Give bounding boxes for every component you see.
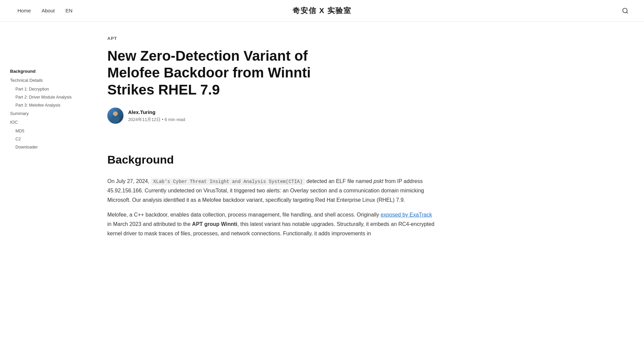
author-read-time: 6 min read	[165, 117, 185, 122]
article-content: APT New Zero-Detection Variant of Melofe…	[94, 22, 449, 244]
toc-item-technical-details[interactable]: Technical Details	[10, 76, 80, 85]
toc-sub-downloader[interactable]: Downloader	[10, 143, 80, 151]
background-para-1: On July 27, 2024, XLab's Cyber Threat In…	[107, 177, 436, 205]
toc-item-summary[interactable]: Summary	[10, 109, 80, 118]
para1-code: XLab's Cyber Threat Insight and Analysis…	[151, 178, 305, 185]
toc-sub-part2[interactable]: Part 2: Driver Module Analysis	[10, 93, 80, 101]
exatrack-link[interactable]: exposed by ExaTrack	[381, 212, 432, 218]
toc-sub-part1[interactable]: Part 1: Decryption	[10, 85, 80, 93]
main-nav: Home About EN	[13, 5, 76, 17]
nav-home[interactable]: Home	[13, 5, 35, 17]
background-para-2: Melofee, a C++ backdoor, enables data co…	[107, 210, 436, 238]
toc-item-background[interactable]: Background	[10, 67, 80, 76]
para2-text1: Melofee, a C++ backdoor, enables data co…	[107, 212, 381, 218]
author-meta: 2024年11月12日 • 6 min read	[128, 116, 185, 123]
article-category: APT	[107, 35, 436, 42]
toc-sub-md5[interactable]: MD5	[10, 127, 80, 135]
toc-item-ioc[interactable]: IOC	[10, 118, 80, 127]
svg-line-1	[627, 12, 628, 13]
section-background: Background On July 27, 2024, XLab's Cybe…	[107, 150, 436, 238]
author-name: Alex.Turing	[128, 108, 185, 116]
nav-about[interactable]: About	[38, 5, 59, 17]
toc-sub-part3[interactable]: Part 3: Melofee Analysis	[10, 101, 80, 109]
header-actions	[620, 5, 631, 16]
spacer	[107, 124, 436, 150]
main-container: Background Technical Details Part 1: Dec…	[0, 22, 644, 244]
para2-text2: in March 2023 and attributed to the APT …	[107, 221, 434, 236]
author-info: Alex.Turing 2024年11月12日 • 6 min read	[128, 108, 185, 123]
toc-sub-c2[interactable]: C2	[10, 135, 80, 143]
search-icon	[622, 7, 629, 14]
author-date: 2024年11月12日	[128, 117, 161, 122]
site-header: Home About EN 奇安信 X 实验室	[0, 0, 644, 22]
search-button[interactable]	[620, 5, 631, 16]
site-logo: 奇安信 X 实验室	[292, 5, 352, 16]
para1-text1: On July 27, 2024,	[107, 178, 151, 184]
article-toc: Background Technical Details Part 1: Dec…	[10, 67, 80, 151]
section-background-title: Background	[107, 150, 436, 169]
nav-en[interactable]: EN	[61, 5, 76, 17]
avatar-image	[107, 108, 123, 124]
author-row: Alex.Turing 2024年11月12日 • 6 min read	[107, 108, 436, 124]
article-title: New Zero-Detection Variant of Melofee Ba…	[107, 48, 359, 98]
author-avatar	[107, 108, 123, 124]
author-separator: •	[162, 117, 164, 122]
